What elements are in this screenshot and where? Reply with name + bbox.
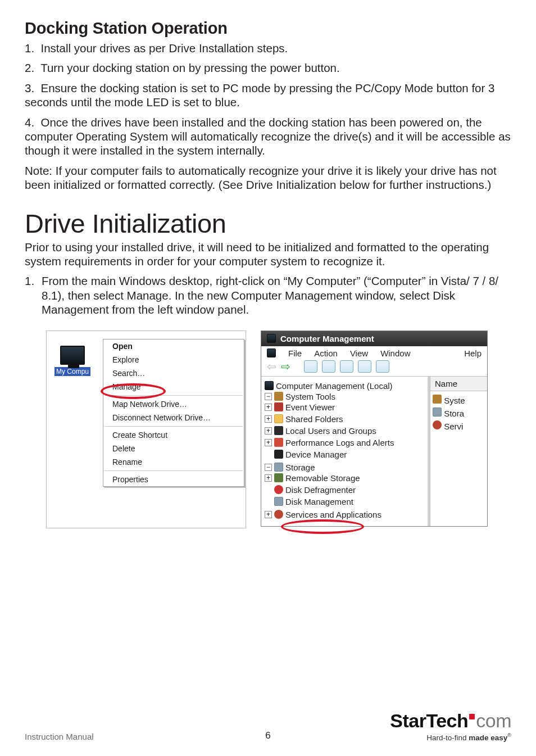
tree-shared-folders[interactable]: + Shared Folders [265, 414, 428, 424]
collapse-icon[interactable]: − [265, 464, 272, 471]
tree-device-manager[interactable]: Device Manager [265, 450, 428, 459]
context-menu: Open Explore Search… Manage Map Network … [103, 339, 244, 487]
dock-step-4: 4. Once the drives have been installed a… [25, 115, 511, 158]
back-button[interactable]: ⇦ [267, 361, 276, 372]
tree-label: Device Manager [285, 450, 347, 459]
screenshot-context-menu: My Compu Open Explore Search… Manage Map… [46, 331, 246, 528]
expand-icon[interactable]: + [265, 427, 272, 434]
tools-icon [274, 392, 283, 401]
menu-view[interactable]: View [350, 348, 368, 358]
services-icon [433, 420, 442, 429]
tree-root[interactable]: Computer Management (Local) [265, 381, 428, 391]
init-intro: Prior to using your installed drive, it … [25, 240, 511, 269]
tree-storage[interactable]: − Storage [265, 463, 428, 472]
expand-icon[interactable]: + [265, 415, 272, 423]
my-computer-icon[interactable]: My Compu [43, 346, 102, 376]
step-text: Once the drives have been installed and … [25, 116, 511, 157]
list-row[interactable]: Stora [433, 406, 486, 419]
menu-window[interactable]: Window [380, 348, 410, 358]
window-titlebar[interactable]: Computer Management [261, 331, 487, 346]
computer-icon [265, 381, 274, 390]
step-number: 1. [25, 274, 42, 288]
menu-bar: File Action View Window Help [261, 346, 487, 359]
menu-help[interactable]: Help [464, 348, 482, 358]
defrag-icon [274, 485, 283, 494]
tree-label: Storage [285, 463, 315, 472]
tree-event-viewer[interactable]: + Event Viewer [265, 402, 428, 412]
users-icon [274, 426, 283, 435]
toolbar-button-3[interactable] [340, 360, 353, 373]
tree-label: Services and Applications [285, 510, 381, 519]
services-icon [274, 510, 283, 519]
ctx-item-properties[interactable]: Properties [103, 473, 244, 486]
tree-label: Disk Management [285, 497, 353, 506]
mmc-doc-icon [267, 348, 276, 357]
ctx-item-open[interactable]: Open [103, 339, 244, 353]
section-heading: Docking Station Operation [25, 19, 511, 38]
screenshots-row: My Compu Open Explore Search… Manage Map… [25, 331, 511, 528]
toolbar-button-5[interactable] [376, 360, 389, 373]
toolbar-button-2[interactable] [322, 360, 335, 373]
list-label: Syste [444, 396, 465, 405]
tree-root-label: Computer Management (Local) [276, 381, 393, 391]
list-row[interactable]: Syste [433, 393, 486, 406]
device-manager-icon [274, 450, 283, 459]
tools-icon [433, 395, 442, 404]
ctx-item-map-drive[interactable]: Map Network Drive… [103, 397, 244, 411]
mmc-icon [267, 334, 276, 343]
tagline-bold: made easy [469, 733, 507, 741]
toolbar: ⇦ ⇨ [261, 359, 487, 376]
brand-name-1: StarTech [390, 710, 468, 731]
tagline-pre: Hard-to-find [426, 733, 469, 741]
page-footer: Instruction Manual 6 StarTechcom Hard-to… [25, 711, 511, 742]
ctx-item-delete[interactable]: Delete [103, 442, 244, 455]
dock-step-3: 3. Ensure the docking station is set to … [25, 81, 511, 110]
disk-mgmt-icon [274, 497, 283, 506]
tree-label: System Tools [285, 392, 335, 401]
ctx-item-disconnect-drive[interactable]: Disconnect Network Drive… [103, 411, 244, 424]
tree-disk-management[interactable]: Disk Management [265, 497, 428, 506]
tree-perf-logs[interactable]: + Performance Logs and Alerts [265, 438, 428, 447]
tree-panel: Computer Management (Local) − System Too… [261, 377, 430, 526]
page-content: Docking Station Operation 1. Install you… [25, 19, 511, 528]
tree-local-users[interactable]: + Local Users and Groups [265, 426, 428, 436]
expand-icon[interactable]: + [265, 474, 272, 482]
forward-button[interactable]: ⇨ [281, 361, 290, 372]
step-text: Ensure the docking station is set to PC … [25, 82, 494, 108]
mmc-body: Computer Management (Local) − System Too… [261, 376, 487, 526]
tree-system-tools[interactable]: − System Tools [265, 392, 428, 401]
screenshot-computer-management: Computer Management File Action View Win… [261, 331, 488, 528]
collapse-icon[interactable]: − [265, 393, 272, 400]
step-number: 1. [25, 42, 34, 55]
list-header-name[interactable]: Name [430, 377, 487, 391]
tree-services-apps[interactable]: + Services and Applications [265, 510, 428, 519]
brand-dot-icon [469, 714, 475, 719]
ctx-item-explore[interactable]: Explore [103, 353, 244, 366]
ctx-item-rename[interactable]: Rename [103, 455, 244, 469]
menu-file[interactable]: File [288, 348, 302, 358]
toolbar-button-1[interactable] [304, 360, 317, 373]
event-viewer-icon [274, 402, 283, 411]
removable-icon [274, 473, 283, 482]
step-text: From the main Windows desktop, right-cli… [42, 274, 498, 316]
ctx-item-manage[interactable]: Manage [103, 380, 244, 393]
list-row[interactable]: Servi [433, 419, 486, 432]
storage-icon [433, 408, 442, 417]
ctx-item-search[interactable]: Search… [103, 366, 244, 380]
toolbar-button-help[interactable] [358, 360, 371, 373]
ctx-separator [105, 395, 243, 396]
ctx-item-create-shortcut[interactable]: Create Shortcut [103, 428, 244, 442]
tree-label: Local Users and Groups [285, 426, 376, 436]
tree-removable-storage[interactable]: + Removable Storage [265, 473, 428, 483]
window-title: Computer Management [280, 334, 374, 343]
step-text: Turn your docking station on by pressing… [40, 61, 340, 74]
tree-label: Event Viewer [285, 402, 335, 412]
menu-action[interactable]: Action [314, 348, 338, 358]
step-number: 3. [25, 82, 34, 94]
monitor-icon [60, 346, 85, 365]
expand-icon[interactable]: + [265, 511, 272, 518]
expand-icon[interactable]: + [265, 439, 272, 446]
tree-disk-defragmenter[interactable]: Disk Defragmenter [265, 485, 428, 495]
expand-icon[interactable]: + [265, 404, 272, 411]
footer-instruction-manual: Instruction Manual [25, 732, 94, 741]
